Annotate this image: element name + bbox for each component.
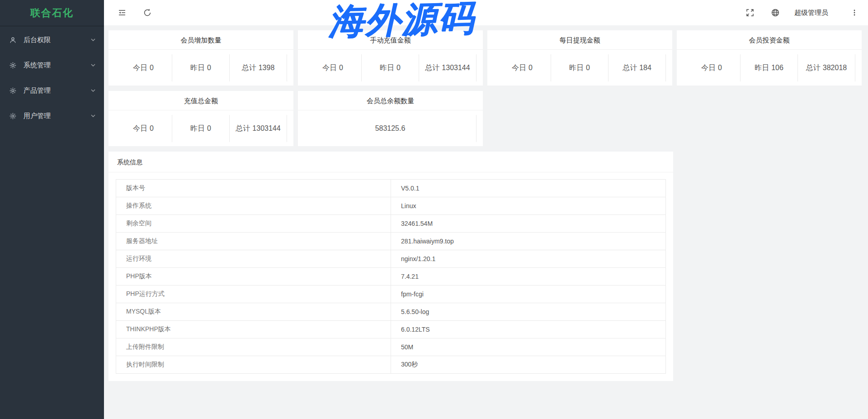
- system-info-panel: 系统信息 版本号V5.0.1 操作系统Linux 剩余空间32461.54M 服…: [108, 152, 673, 381]
- stat-cell-today: 今日0: [494, 54, 551, 81]
- sidebar-item-backend-permissions[interactable]: 后台权限: [0, 27, 104, 52]
- sidebar-item-label: 产品管理: [24, 86, 90, 95]
- globe-icon[interactable]: [771, 8, 780, 17]
- stat-cell-yesterday: 昨日0: [172, 54, 230, 81]
- info-label: 执行时间限制: [116, 356, 391, 374]
- topbar: 超级管理员: [104, 0, 868, 25]
- info-label: MYSQL版本: [116, 303, 391, 321]
- stat-card-title: 会员总余额数量: [298, 91, 483, 110]
- stat-card-member-investment: 会员投资金额 今日0 昨日106 总计382018: [677, 30, 862, 86]
- stat-cell-yesterday: 昨日0: [172, 115, 230, 142]
- system-info-table: 版本号V5.0.1 操作系统Linux 剩余空间32461.54M 服务器地址2…: [116, 179, 666, 374]
- stat-card-body: 今日0 昨日106 总计382018: [677, 50, 862, 86]
- info-value: fpm-fcgi: [391, 286, 666, 303]
- stat-cell-total: 总计1303144: [419, 54, 476, 81]
- stat-cell-yesterday: 昨日0: [362, 54, 419, 81]
- info-value: 6.0.12LTS: [391, 321, 666, 338]
- stat-card-body: 今日0 昨日0 总计184: [487, 50, 672, 86]
- info-value: 7.4.21: [391, 268, 666, 286]
- stat-cell-balance-value: 583125.6: [304, 115, 476, 142]
- info-value: 50M: [391, 338, 666, 356]
- info-value: 300秒: [391, 356, 666, 374]
- stat-card-total-recharge: 充值总金额 今日0 昨日0 总计1303144: [108, 91, 293, 146]
- stat-cell-total: 总计1398: [230, 54, 287, 81]
- chevron-down-icon: [90, 62, 96, 68]
- table-row: 运行环境nginx/1.20.1: [116, 250, 666, 268]
- stat-cell-today: 今日0: [683, 54, 741, 81]
- stat-card-title: 充值总金额: [108, 91, 293, 110]
- brand-logo: 联合石化: [0, 0, 104, 26]
- info-label: 运行环境: [116, 250, 391, 268]
- table-row: PHP版本7.4.21: [116, 268, 666, 286]
- info-value: 281.haiwaiym9.top: [391, 233, 666, 250]
- stat-card-body: 今日0 昨日0 总计1398: [108, 50, 293, 86]
- info-value: 32461.54M: [391, 215, 666, 233]
- user-icon: [9, 36, 17, 44]
- stat-cell-today: 今日0: [304, 54, 362, 81]
- table-row: THINKPHP版本6.0.12LTS: [116, 321, 666, 338]
- stat-cell-yesterday: 昨日106: [741, 54, 798, 81]
- info-value: Linux: [391, 197, 666, 215]
- stat-cards-row-2: 充值总金额 今日0 昨日0 总计1303144 会员总余额数量 583125.6: [108, 91, 861, 146]
- main-content: 会员增加数量 今日0 昨日0 总计1398 手动充值金额 今日0 昨日0 总计1…: [104, 25, 868, 419]
- info-label: 剩余空间: [116, 215, 391, 233]
- stat-card-body: 583125.6: [298, 110, 483, 146]
- table-row: 服务器地址281.haiwaiym9.top: [116, 233, 666, 250]
- stat-cell-total: 总计1303144: [230, 115, 287, 142]
- stat-cards-row-1: 会员增加数量 今日0 昨日0 总计1398 手动充值金额 今日0 昨日0 总计1…: [108, 30, 861, 86]
- gear-icon: [9, 112, 17, 120]
- stat-cell-today: 今日0: [115, 115, 172, 142]
- stat-card-title: 会员增加数量: [108, 30, 293, 50]
- stat-cell-total: 总计382018: [798, 54, 855, 81]
- stat-cell-total: 总计184: [609, 54, 666, 81]
- chevron-down-icon: [90, 88, 96, 93]
- stat-card-title: 会员投资金额: [677, 30, 862, 50]
- collapse-sidebar-icon[interactable]: [118, 8, 127, 17]
- info-label: 上传附件限制: [116, 338, 391, 356]
- chevron-down-icon: [90, 113, 96, 119]
- table-row: 操作系统Linux: [116, 197, 666, 215]
- info-label: THINKPHP版本: [116, 321, 391, 338]
- sidebar: 联合石化 后台权限 系统管理 产品管理: [0, 0, 104, 419]
- stat-card-body: 今日0 昨日0 总计1303144: [108, 110, 293, 146]
- table-row: MYSQL版本5.6.50-log: [116, 303, 666, 321]
- current-user[interactable]: 超级管理员: [794, 9, 828, 17]
- stat-cell-yesterday: 昨日0: [551, 54, 609, 81]
- info-value: 5.6.50-log: [391, 303, 666, 321]
- sidebar-item-label: 用户管理: [24, 112, 90, 120]
- gear-icon: [9, 62, 17, 69]
- fullscreen-icon[interactable]: [745, 8, 755, 17]
- chevron-down-icon: [90, 37, 96, 43]
- refresh-icon[interactable]: [143, 8, 152, 17]
- more-menu-icon[interactable]: [851, 9, 858, 16]
- sidebar-item-product-management[interactable]: 产品管理: [0, 78, 104, 103]
- info-label: 操作系统: [116, 197, 391, 215]
- stat-card-body: 今日0 昨日0 总计1303144: [298, 50, 483, 86]
- info-label: 版本号: [116, 180, 391, 197]
- table-row: 剩余空间32461.54M: [116, 215, 666, 233]
- stat-card-title: 每日提现金额: [487, 30, 672, 50]
- sidebar-item-label: 后台权限: [24, 36, 90, 44]
- stat-card-title: 手动充值金额: [298, 30, 483, 50]
- info-label: PHP版本: [116, 268, 391, 286]
- sidebar-item-system-management[interactable]: 系统管理: [0, 52, 104, 78]
- gear-icon: [9, 87, 17, 95]
- sidebar-item-user-management[interactable]: 用户管理: [0, 103, 104, 129]
- stat-card-member-growth: 会员增加数量 今日0 昨日0 总计1398: [108, 30, 293, 86]
- info-value: nginx/1.20.1: [391, 250, 666, 268]
- topbar-right: 超级管理员: [729, 8, 858, 17]
- info-label: PHP运行方式: [116, 286, 391, 303]
- stat-cell-today: 今日0: [115, 54, 172, 81]
- stat-card-manual-recharge: 手动充值金额 今日0 昨日0 总计1303144: [298, 30, 483, 86]
- info-label: 服务器地址: [116, 233, 391, 250]
- table-row: PHP运行方式fpm-fcgi: [116, 286, 666, 303]
- table-row: 上传附件限制50M: [116, 338, 666, 356]
- stat-card-total-balance: 会员总余额数量 583125.6: [298, 91, 483, 146]
- system-info-title: 系统信息: [108, 152, 673, 172]
- table-row: 执行时间限制300秒: [116, 356, 666, 374]
- info-value: V5.0.1: [391, 180, 666, 197]
- table-row: 版本号V5.0.1: [116, 180, 666, 197]
- stat-card-daily-withdrawal: 每日提现金额 今日0 昨日0 总计184: [487, 30, 672, 86]
- sidebar-menu: 后台权限 系统管理 产品管理: [0, 26, 104, 129]
- sidebar-item-label: 系统管理: [24, 61, 90, 70]
